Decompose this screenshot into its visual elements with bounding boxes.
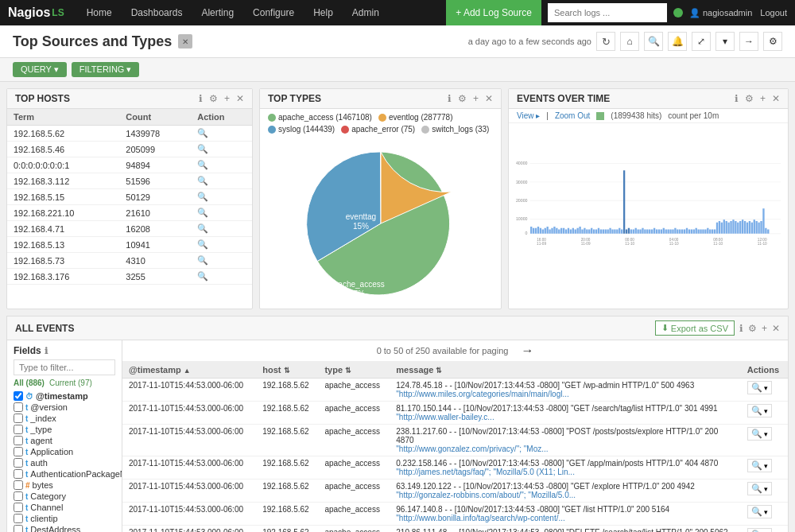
field-item[interactable]: t @version <box>14 402 115 413</box>
field-item[interactable]: t clientip <box>14 513 115 524</box>
event-host: 192.168.5.62 <box>256 402 318 425</box>
nav-item-configure[interactable]: Configure <box>243 0 304 25</box>
nav-logout[interactable]: Logout <box>760 8 787 17</box>
event-actions[interactable]: 🔍 ▾ <box>741 503 788 526</box>
nav-item-dashboards[interactable]: Dashboards <box>122 0 192 25</box>
filtering-button[interactable]: FILTERING ▾ <box>72 62 140 77</box>
fields-tab-all[interactable]: All (886) <box>14 379 45 387</box>
nav-user[interactable]: 👤 nagiosadmin <box>689 8 752 18</box>
field-item[interactable]: t AuthenticationPackageName <box>14 468 115 480</box>
svg-rect-108 <box>749 221 750 234</box>
event-actions[interactable]: 🔍 ▾ <box>741 402 788 425</box>
svg-text:0: 0 <box>525 231 528 235</box>
query-button[interactable]: QUERY ▾ <box>13 62 67 77</box>
fields-filter-input[interactable] <box>14 359 115 375</box>
next-page-arrow[interactable]: → <box>521 344 533 358</box>
nav-item-admin[interactable]: Admin <box>343 0 389 25</box>
host-action[interactable]: 🔍 <box>191 253 252 269</box>
field-item[interactable]: t Channel <box>14 502 115 513</box>
svg-rect-38 <box>586 229 588 233</box>
svg-rect-56 <box>628 228 630 234</box>
events-gear-icon[interactable]: ⚙ <box>745 93 754 104</box>
add-log-button[interactable]: + Add Log Source <box>446 0 541 25</box>
field-item[interactable]: # bytes <box>14 480 115 491</box>
col-host[interactable]: host ⇅ <box>256 362 318 379</box>
all-events-plus-icon[interactable]: + <box>762 323 767 334</box>
field-item[interactable]: t Category <box>14 491 115 502</box>
event-actions[interactable]: 🔍 ▾ <box>741 379 788 402</box>
col-message[interactable]: message ⇅ <box>390 362 740 379</box>
home-icon-button[interactable]: ⌂ <box>620 32 639 51</box>
view-label[interactable]: View ▸ <box>517 111 540 120</box>
top-types-plus-icon[interactable]: + <box>473 93 479 104</box>
settings-button[interactable]: ⚙ <box>763 32 782 51</box>
host-action[interactable]: 🔍 <box>191 173 252 189</box>
host-action[interactable]: 🔍 <box>191 126 252 142</box>
fields-info-icon[interactable]: ℹ <box>45 346 48 356</box>
all-events-gear-icon[interactable]: ⚙ <box>748 323 757 334</box>
all-events-info-icon[interactable]: ℹ <box>739 323 743 334</box>
svg-text:apache_access: apache_access <box>329 280 385 289</box>
more-button[interactable]: ▾ <box>716 32 735 51</box>
top-types-gear-icon[interactable]: ⚙ <box>458 93 467 104</box>
all-events-header: ALL EVENTS ⬇ Export as CSV ℹ ⚙ + ✕ <box>7 316 788 340</box>
top-hosts-plus-icon[interactable]: + <box>224 93 230 104</box>
field-item[interactable]: t Application <box>14 446 115 457</box>
top-hosts-info-icon[interactable]: ℹ <box>199 93 203 104</box>
svg-rect-90 <box>707 228 708 234</box>
close-page-button[interactable]: ✕ <box>178 34 192 49</box>
event-host: 192.168.5.62 <box>256 425 318 456</box>
field-item[interactable]: t auth <box>14 457 115 468</box>
field-item[interactable]: ⏱ @timestamp <box>14 390 115 402</box>
events-plus-icon[interactable]: + <box>760 93 766 104</box>
events-info-icon[interactable]: ℹ <box>735 93 739 104</box>
host-action[interactable]: 🔍 <box>191 189 252 205</box>
fields-sidebar: Fields ℹ All (886) Current (97) ⏱ @times… <box>7 340 122 532</box>
table-row: 2017-11-10T15:44:53.000-06:00 192.168.5.… <box>122 503 788 526</box>
zoom-out-button[interactable]: Zoom Out <box>555 111 590 120</box>
field-item[interactable]: t DestAddress <box>14 524 115 532</box>
bell-icon-button[interactable]: 🔔 <box>668 32 687 51</box>
nav-item-help[interactable]: Help <box>304 0 343 25</box>
host-term: 192.168.5.73 <box>7 253 119 269</box>
field-item[interactable]: t _type <box>14 424 115 435</box>
top-types-info-icon[interactable]: ℹ <box>448 93 452 104</box>
events-time-title: EVENTS OVER TIME <box>517 93 610 104</box>
event-actions[interactable]: 🔍 ▾ <box>741 425 788 456</box>
search-icon-button[interactable]: 🔍 <box>644 32 663 51</box>
top-hosts-close-icon[interactable]: ✕ <box>236 93 244 104</box>
col-type[interactable]: type ⇅ <box>318 362 390 379</box>
field-item[interactable]: t agent <box>14 435 115 446</box>
host-action[interactable]: 🔍 <box>191 269 252 285</box>
event-actions[interactable]: 🔍 ▾ <box>741 456 788 480</box>
event-type: apache_access <box>318 480 390 503</box>
svg-rect-33 <box>575 229 576 233</box>
top-types-close-icon[interactable]: ✕ <box>485 93 493 104</box>
refresh-button[interactable]: ↻ <box>596 32 615 51</box>
host-action[interactable]: 🔍 <box>191 221 252 237</box>
events-close-icon[interactable]: ✕ <box>772 93 780 104</box>
nav-item-alerting[interactable]: Alerting <box>192 0 243 25</box>
svg-rect-104 <box>739 221 741 234</box>
all-events-close-icon[interactable]: ✕ <box>772 323 780 334</box>
host-action[interactable]: 🔍 <box>191 237 252 253</box>
paging-info: 0 to 50 of 250 available for paging → <box>122 340 788 362</box>
legend-item: switch_logs (33) <box>421 125 489 134</box>
share-button[interactable]: ⤢ <box>692 32 711 51</box>
host-action[interactable]: 🔍 <box>191 142 252 157</box>
event-actions[interactable]: 🔍 ▾ <box>741 480 788 503</box>
search-input[interactable] <box>548 3 667 22</box>
svg-rect-23 <box>551 228 553 234</box>
svg-rect-113 <box>760 221 762 234</box>
event-actions[interactable]: 🔍 ▾ <box>741 526 788 533</box>
field-item[interactable]: t _index <box>14 413 115 424</box>
col-timestamp[interactable]: @timestamp ▲ <box>122 362 256 379</box>
svg-rect-51 <box>616 229 618 233</box>
host-action[interactable]: 🔍 <box>191 205 252 221</box>
forward-button[interactable]: → <box>739 32 758 51</box>
nav-item-home[interactable]: Home <box>77 0 122 25</box>
fields-tab-current[interactable]: Current (97) <box>49 379 92 387</box>
host-action[interactable]: 🔍 <box>191 157 252 173</box>
top-hosts-gear-icon[interactable]: ⚙ <box>209 93 218 104</box>
export-csv-button[interactable]: ⬇ Export as CSV <box>655 320 735 336</box>
